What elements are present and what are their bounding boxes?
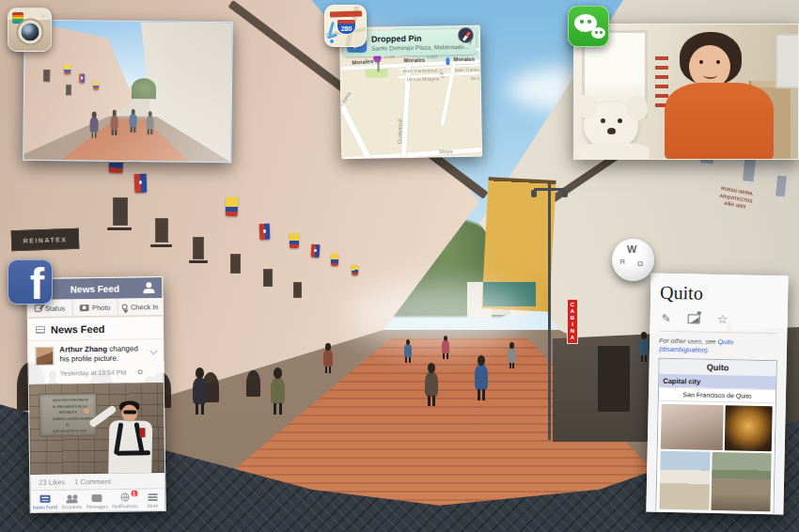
- wikipedia-panel: Quito ✎ ☆ For other uses, see Quito (dis…: [646, 273, 788, 514]
- camera-icon: [80, 305, 89, 311]
- balcony: [150, 244, 172, 247]
- post-author[interactable]: Arthur Zhang: [59, 345, 107, 354]
- post-photo[interactable]: AQUI CAYÓ ASESINADO EL PRESIDENTE DE LA …: [29, 383, 164, 475]
- likes-count[interactable]: 23 Likes: [39, 477, 65, 486]
- avatar[interactable]: [35, 347, 54, 366]
- plaque: AQUI CAYÓ ASESINADO EL PRESIDENTE DE LA …: [39, 393, 98, 437]
- instagram-viewfinder-dot: [41, 14, 45, 18]
- post-text: Arthur Zhang changed his profile picture…: [59, 344, 149, 364]
- lamp-head: [531, 190, 537, 197]
- flag-ecuador: [331, 254, 338, 266]
- plaque-line: REPÚBLICA: [53, 411, 84, 415]
- doorway: [246, 370, 260, 397]
- person-add-icon[interactable]: [143, 282, 155, 293]
- pedestrian-figure: [425, 372, 438, 397]
- privacy-globe-icon: [138, 369, 143, 374]
- wechat-eye: [600, 31, 603, 34]
- plaque-line: GABRIEL GARCÍA MORENO: [53, 416, 84, 420]
- facebook-app-icon[interactable]: f: [8, 259, 53, 305]
- star-icon[interactable]: ☆: [717, 312, 728, 326]
- man-hand: [84, 408, 89, 414]
- shop-opening: [598, 346, 630, 412]
- photo-label: Photo: [92, 303, 111, 311]
- pencil-icon[interactable]: ✎: [662, 311, 671, 324]
- infobox-photo: [725, 405, 773, 451]
- window: [775, 174, 788, 197]
- globe-letter: Ω: [637, 259, 643, 268]
- image-icon[interactable]: [688, 314, 700, 323]
- instagram-lens: [18, 21, 41, 44]
- reinatex-sign: REINATEX: [11, 228, 80, 251]
- globe-letter: W: [627, 243, 636, 255]
- tab-messages[interactable]: Messages: [84, 490, 110, 513]
- instagram-app-icon[interactable]: [8, 8, 52, 52]
- apple-maps-app-icon[interactable]: 280: [324, 5, 367, 47]
- street-label: Flores: [339, 91, 352, 107]
- tab-requests[interactable]: Requests: [59, 490, 85, 513]
- camera-strap: [139, 428, 145, 437]
- balcony: [107, 227, 132, 230]
- street-label: De Los Milagros: [471, 75, 482, 80]
- comments-count[interactable]: 1 Comment: [74, 477, 111, 486]
- photo-gloss: [574, 24, 798, 159]
- mini-window: [66, 85, 71, 95]
- wikipedia-globe-icon[interactable]: W Я Ω: [612, 239, 654, 281]
- window: [230, 254, 241, 274]
- facebook-header-title: News Feed: [70, 283, 119, 294]
- maps-icon-banner: [330, 10, 362, 17]
- tab-label: Messages: [86, 504, 107, 509]
- street-label: Main Transversal: [403, 69, 438, 73]
- street-label: Morales: [453, 56, 475, 62]
- chevron-down-icon[interactable]: [149, 347, 157, 354]
- plaque-line: EL: [53, 423, 84, 427]
- tab-news-feed[interactable]: News Feed: [30, 491, 59, 513]
- flag-quito: [259, 224, 271, 240]
- tab-label: More: [148, 503, 159, 508]
- facebook-tab-bar: News Feed Requests Messages Notification…: [30, 489, 164, 513]
- tab-label: Requests: [61, 504, 82, 509]
- photo-button[interactable]: Photo: [73, 299, 118, 317]
- infobox-photo: [712, 452, 772, 511]
- balcony: [189, 260, 208, 263]
- cabina-sign: CABINA: [567, 299, 578, 344]
- window: [113, 197, 128, 226]
- wechat-eye: [588, 20, 591, 23]
- street-label: Main Transversal: [455, 68, 483, 72]
- street-label: De Los Milagros: [407, 76, 440, 81]
- pedestrian-figure: [323, 350, 333, 367]
- tab-notifications[interactable]: Notifications1: [109, 489, 140, 512]
- checkin-label: Check In: [131, 303, 159, 311]
- lamppost: [548, 184, 551, 440]
- pedestrian-figure: [193, 378, 207, 404]
- chest-strap: [117, 450, 150, 456]
- photo-collage-canvas: REINATEX CABINA RUSSO HERM. ARQUITECTOS …: [0, 0, 799, 532]
- newspaper-icon: [36, 325, 45, 333]
- mini-pedestrian: [111, 116, 118, 130]
- checkin-button[interactable]: Check In: [118, 298, 163, 316]
- tab-label: News Feed: [33, 505, 57, 509]
- article-title: Quito: [660, 282, 778, 306]
- mini-pedestrian: [130, 114, 137, 127]
- flag-quito: [134, 174, 148, 193]
- lamp-head: [562, 190, 568, 197]
- wechat-app-icon[interactable]: [568, 6, 609, 47]
- feed-post[interactable]: Arthur Zhang changed his profile picture…: [28, 339, 164, 384]
- infobox: Quito Capital city San Francisco de Quit…: [654, 358, 776, 515]
- infobox-photo-montage[interactable]: [655, 400, 775, 515]
- menu-icon: [148, 493, 157, 501]
- tab-more[interactable]: More: [140, 489, 165, 512]
- hatnote-prefix: For other uses, see: [659, 337, 717, 345]
- mini-pedestrian: [90, 117, 99, 133]
- sunglasses: [123, 410, 136, 414]
- pedestrian-figure: [442, 340, 449, 353]
- newspaper-icon: [39, 494, 50, 502]
- newsfeed-section-header[interactable]: News Feed: [28, 317, 163, 341]
- tab-label: Notifications: [112, 504, 138, 509]
- likes-bar: 23 Likes 1 Comment: [30, 473, 164, 491]
- montage-row: [661, 404, 773, 451]
- mini-window: [43, 70, 50, 82]
- reinatex-sign-text: REINATEX: [23, 236, 67, 244]
- flag-ecuador: [290, 233, 299, 248]
- chat-bubble-icon: [91, 493, 102, 501]
- wechat-eye: [580, 20, 584, 23]
